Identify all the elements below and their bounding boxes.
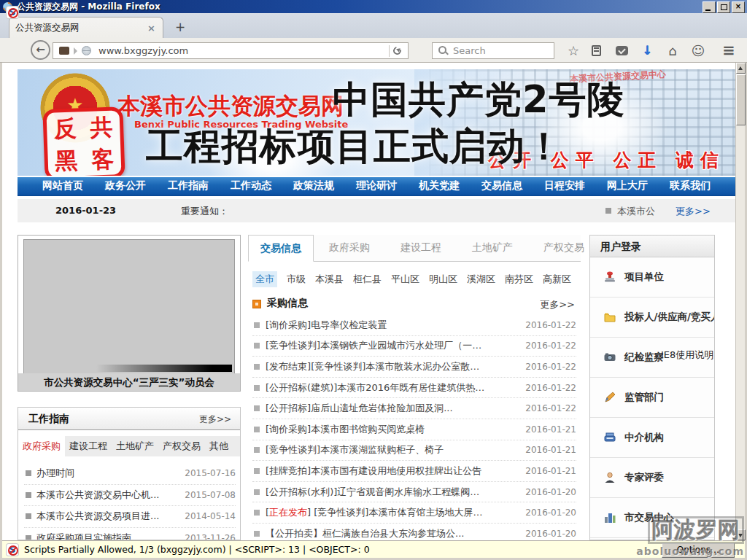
region-filter-7[interactable]: 南芬区 xyxy=(505,273,533,286)
scrollbar-thumb[interactable] xyxy=(736,74,746,125)
item-title[interactable]: [公开招标]庙后山遗址危岩体抢险加固及洞... xyxy=(266,402,519,415)
trade-list-item[interactable]: [公开招标]庙后山遗址危岩体抢险加固及洞...2016-01-22 xyxy=(252,398,576,419)
login-item-4[interactable]: 中介机构 xyxy=(590,418,714,458)
region-filter-5[interactable]: 明山区 xyxy=(429,273,457,286)
main-nav: 网站首页政务公开工作指南工作动态政策法规理论研讨机关党建交易信息日程安排网上大厅… xyxy=(18,177,735,196)
item-title[interactable]: 本溪市公共资源交易项目进... xyxy=(36,510,180,523)
nav-item-1[interactable]: 政务公开 xyxy=(105,179,146,192)
guide-list-item[interactable]: 本溪市公共资源交易项目进...2014-05-14 xyxy=(24,506,236,528)
item-title[interactable]: 办理时间 xyxy=(36,467,180,480)
search-icon xyxy=(438,46,449,56)
login-item-1[interactable]: 投标人/供应商/竞买人 xyxy=(590,298,714,338)
item-title[interactable]: 【公开拍卖】桓仁满族自治县大东沟参茸场公... xyxy=(266,527,519,540)
login-item-6[interactable]: 市交易中心 xyxy=(590,498,714,538)
login-item-3[interactable]: 监管部门 xyxy=(590,378,714,418)
pocket-icon[interactable] xyxy=(611,38,632,63)
item-title[interactable]: [发布结束][竞争性谈判]本溪市散装水泥办公室散… xyxy=(266,360,519,373)
video-placeholder[interactable] xyxy=(23,239,235,375)
item-title[interactable]: [正在发布] [竞争性谈判]本溪市体育馆主场地大屏… xyxy=(266,506,519,519)
vertical-scrollbar[interactable] xyxy=(735,63,745,540)
nav-item-4[interactable]: 政策法规 xyxy=(293,179,334,192)
trade-list-item[interactable]: [竞争性谈判]本溪钢铁产业园城市污水处理厂（一…2016-01-22 xyxy=(252,336,576,357)
item-title[interactable]: [公开招标(水利)]辽宁省观音阁水库输水工程蝶阀… xyxy=(266,486,519,499)
guide-tab-4[interactable]: 其他 xyxy=(205,436,233,456)
browser-tab[interactable]: 公共资源交易网 × xyxy=(9,17,163,38)
noscript-icon[interactable]: S xyxy=(7,7,18,18)
guide-list-item[interactable]: 办理时间2015-07-16 xyxy=(24,463,236,485)
region-filter-4[interactable]: 平山区 xyxy=(391,273,419,286)
hamburger-menu-icon[interactable]: ≡ xyxy=(719,38,739,63)
url-bar[interactable] xyxy=(53,42,409,59)
trade-tab-3[interactable]: 土地矿产 xyxy=(457,235,528,261)
nav-item-7[interactable]: 交易信息 xyxy=(481,179,522,192)
ie8-help-link[interactable]: IE8使用说明 xyxy=(661,349,713,362)
guide-tab-0[interactable]: 政府采购 xyxy=(18,436,65,456)
region-filter-2[interactable]: 本溪县 xyxy=(315,273,344,286)
trade-list-item[interactable]: 【公开拍卖】桓仁满族自治县大东沟参茸场公...2016-01-20 xyxy=(252,524,576,540)
item-title[interactable]: [挂牌竞拍]本溪市国有建设用地使用权挂牌出让公告 xyxy=(266,464,519,478)
nav-item-6[interactable]: 机关党建 xyxy=(419,179,460,192)
item-title[interactable]: [竞争性谈判]本溪钢铁产业园城市污水处理厂（一… xyxy=(266,339,519,352)
item-title[interactable]: [公开招标(建筑)]本溪市2016年既有居住建筑供热… xyxy=(266,381,519,394)
item-title[interactable]: [询价采购]本溪市图书馆购买阅览桌椅 xyxy=(266,423,519,436)
nav-item-0[interactable]: 网站首页 xyxy=(42,179,83,192)
reload-icon[interactable] xyxy=(392,46,402,55)
downloads-icon[interactable]: ↓ xyxy=(637,38,657,63)
region-filter-6[interactable]: 溪湖区 xyxy=(467,273,495,286)
item-title[interactable]: [竞争性谈判]本溪市溪湖监狱购柜子、椅子 xyxy=(266,443,519,456)
guide-list-item[interactable]: 政府采购项目实施指南2013-11-26 xyxy=(24,528,236,541)
trade-list-item[interactable]: [公开招标(建筑)]本溪市2016年既有居住建筑供热…2016-01-22 xyxy=(252,378,576,399)
minimize-button[interactable] xyxy=(703,1,716,13)
trade-tab-0[interactable]: 交易信息 xyxy=(248,235,314,262)
region-filter-0[interactable]: 全市 xyxy=(252,271,277,287)
feedback-smiley-icon[interactable]: ☺ xyxy=(688,38,708,63)
notice-ticker-item[interactable]: 本溪市公 xyxy=(617,205,655,218)
scroll-down-button[interactable] xyxy=(736,529,746,540)
new-tab-button[interactable]: + xyxy=(171,20,190,36)
guide-tab-3[interactable]: 产权交易 xyxy=(158,436,205,456)
trade-list-item[interactable]: [发布结束][竞争性谈判]本溪市散装水泥办公室散…2016-01-22 xyxy=(252,357,576,378)
nav-item-5[interactable]: 理论研讨 xyxy=(356,179,397,192)
trade-tab-1[interactable]: 政府采购 xyxy=(314,235,385,261)
guide-tab-1[interactable]: 建设工程 xyxy=(65,436,112,456)
close-button[interactable]: × xyxy=(732,1,745,13)
trade-list-item[interactable]: [竞争性谈判]本溪市溪湖监狱购柜子、椅子2016-01-21 xyxy=(252,440,576,462)
nav-item-3[interactable]: 工作动态 xyxy=(231,179,271,192)
tab-close-icon[interactable]: × xyxy=(146,23,157,34)
nav-item-2[interactable]: 工作指南 xyxy=(168,179,209,192)
options-button[interactable]: Options… xyxy=(662,543,735,558)
region-filter-8[interactable]: 高新区 xyxy=(543,273,571,286)
search-bar[interactable] xyxy=(432,42,554,59)
bookmarks-menu-icon[interactable] xyxy=(586,38,606,63)
trade-list-item[interactable]: [询价采购]电导率仪检定装置2016-01-22 xyxy=(252,315,576,336)
search-input[interactable] xyxy=(452,44,554,57)
region-filter-1[interactable]: 市级 xyxy=(287,273,306,286)
section-more-link[interactable]: 更多>> xyxy=(540,298,575,311)
item-title[interactable]: [询价采购]电导率仪检定装置 xyxy=(266,319,519,332)
item-date: 2016-01-21 xyxy=(525,466,576,476)
noscript-icon[interactable]: S xyxy=(7,544,18,556)
trade-list-item[interactable]: [正在发布] [竞争性谈判]本溪市体育馆主场地大屏…2016-01-20 xyxy=(252,502,576,524)
login-item-0[interactable]: 项目单位 xyxy=(590,257,714,298)
home-icon[interactable]: ⌂ xyxy=(662,38,683,63)
nav-item-8[interactable]: 日程安排 xyxy=(544,179,585,192)
login-item-5[interactable]: 专家评委 xyxy=(590,458,714,498)
item-title[interactable]: 政府采购项目实施指南 xyxy=(36,532,180,540)
guide-list-item[interactable]: 本溪市公共资源交易中心机...2015-07-08 xyxy=(24,485,236,507)
trade-tab-2[interactable]: 建设工程 xyxy=(385,235,457,261)
guide-tab-2[interactable]: 土地矿产 xyxy=(112,436,158,456)
back-button[interactable]: ← xyxy=(31,40,50,60)
notice-more-link[interactable]: 更多>> xyxy=(676,205,711,218)
scroll-up-button[interactable] xyxy=(736,63,746,74)
bookmark-star-icon[interactable]: ☆ xyxy=(563,38,584,63)
nav-item-9[interactable]: 网上大厅 xyxy=(607,179,648,192)
trade-list-item[interactable]: [挂牌竞拍]本溪市国有建设用地使用权挂牌出让公告2016-01-21 xyxy=(252,461,576,482)
region-filter-3[interactable]: 桓仁县 xyxy=(353,273,382,286)
trade-list-item[interactable]: [询价采购]本溪市图书馆购买阅览桌椅2016-01-21 xyxy=(252,419,576,440)
nav-item-10[interactable]: 联系我们 xyxy=(670,179,711,192)
url-input[interactable] xyxy=(97,44,386,57)
item-title[interactable]: 本溪市公共资源交易中心机... xyxy=(36,489,180,502)
work-guide-more-link[interactable]: 更多>> xyxy=(199,413,231,426)
trade-list-item[interactable]: [公开招标(水利)]辽宁省观音阁水库输水工程蝶阀…2016-01-20 xyxy=(252,482,576,503)
restore-button[interactable] xyxy=(717,1,730,13)
